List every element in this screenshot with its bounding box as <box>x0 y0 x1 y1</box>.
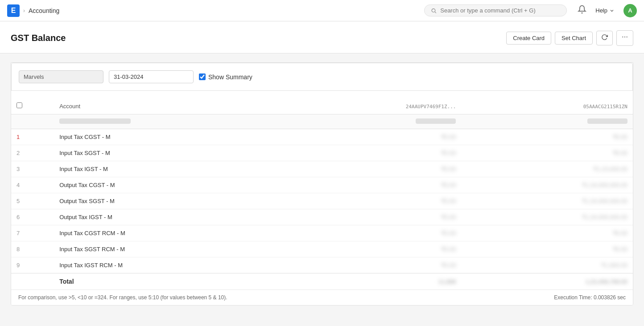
chevron-down-icon <box>609 8 615 13</box>
row-number: 7 <box>17 230 20 236</box>
topnav: E › Accounting Help A <box>0 0 644 21</box>
row-val2: ₹0.00 <box>461 241 633 257</box>
table-header-row: Account 24AAUPV7469F1Z... 05AAACG2115R1Z… <box>11 98 633 114</box>
row-val2: ₹1,900.00 <box>461 257 633 273</box>
row-number: 5 <box>17 198 20 204</box>
refresh-icon <box>601 34 608 41</box>
more-icon <box>621 33 628 41</box>
filter-row: Show Summary <box>11 63 633 91</box>
app-logo: E <box>7 4 20 17</box>
table-row: 8 Input Tax SGST RCM - M ₹0.00 ₹0.00 <box>11 241 633 257</box>
table-body: 1 Input Tax CGST - M ₹0.00 ₹0.00 2 Input… <box>11 129 633 273</box>
breadcrumb-accounting: Accounting <box>29 7 59 14</box>
row-val2: ₹0.00 <box>461 225 633 241</box>
create-card-button[interactable]: Create Card <box>506 32 551 45</box>
breadcrumb-sep: › <box>23 8 25 14</box>
row-val1: ₹0.00 <box>290 129 462 145</box>
main-content: Show Summary Account 24AAUPV7469F1Z... 0… <box>0 53 644 314</box>
row-number: 8 <box>17 246 20 253</box>
row-val1: ₹0.00 <box>290 257 462 273</box>
row-val1: ₹0.00 <box>290 225 462 241</box>
show-summary-label: Show Summary <box>208 73 252 81</box>
row-number: 1 <box>17 134 20 140</box>
show-summary-checkbox[interactable] <box>199 73 206 80</box>
table-row: 7 Input Tax CGST RCM - M ₹0.00 ₹0.00 <box>11 225 633 241</box>
more-options-button[interactable] <box>616 30 633 46</box>
row-account: Output Tax IGST - M <box>54 209 290 225</box>
col-gstin1-header: 24AAUPV7469F1Z... <box>290 98 462 114</box>
page-actions: Create Card Set Chart <box>506 30 633 46</box>
search-icon <box>431 8 437 14</box>
row-val1: ₹0.00 <box>290 177 462 193</box>
refresh-button[interactable] <box>596 31 613 45</box>
row-val1: ₹0.00 <box>290 161 462 177</box>
col-account-header: Account <box>54 98 290 114</box>
total-val2: 1,23,456,789.00 <box>461 273 633 290</box>
table-row: 4 Output Tax CGST - M ₹0.00 ₹1,34,000,00… <box>11 177 633 193</box>
row-number: 9 <box>17 262 20 269</box>
footer-hint: For comparison, use >5, <10 or =324. For… <box>18 294 227 301</box>
row-number: 6 <box>17 214 20 220</box>
row-account: Output Tax CGST - M <box>54 177 290 193</box>
row-account: Input Tax SGST RCM - M <box>54 241 290 257</box>
svg-point-3 <box>624 37 625 37</box>
search-input[interactable] <box>440 7 560 14</box>
total-val1: 11,888 <box>290 273 462 290</box>
row-val2: ₹1,34,000,000.00 <box>461 193 633 209</box>
col-checkbox <box>11 98 54 114</box>
row-account: Output Tax SGST - M <box>54 193 290 209</box>
table-row: 2 Input Tax SGST - M ₹0.00 ₹0.00 <box>11 145 633 161</box>
total-row: Total 11,888 1,23,456,789.00 <box>11 273 633 290</box>
svg-point-0 <box>432 8 435 12</box>
execution-time: Execution Time: 0.003826 sec <box>554 294 626 301</box>
help-menu[interactable]: Help <box>595 7 615 14</box>
notifications-bell[interactable] <box>578 5 586 16</box>
set-chart-button[interactable]: Set Chart <box>555 32 593 45</box>
table-row: 1 Input Tax CGST - M ₹0.00 ₹0.00 <box>11 129 633 145</box>
total-label: Total <box>54 273 290 290</box>
date-filter[interactable] <box>109 70 194 83</box>
gstin2-label: 05AAACG2115R1ZN <box>583 104 627 110</box>
row-number: 2 <box>17 150 20 156</box>
table-footer: For comparison, use >5, <10 or =324. For… <box>11 289 633 305</box>
row-val2: ₹0.00 <box>461 145 633 161</box>
row-val1: ₹0.00 <box>290 193 462 209</box>
row-val2: ₹1,34,000,000.00 <box>461 177 633 193</box>
table-row: 6 Output Tax IGST - M ₹0.00 ₹1,34,000,00… <box>11 209 633 225</box>
row-val1: ₹0.00 <box>290 209 462 225</box>
row-account: Input Tax CGST - M <box>54 129 290 145</box>
row-val2: ₹1,23,000.00 <box>461 161 633 177</box>
show-summary-toggle[interactable]: Show Summary <box>199 73 252 81</box>
svg-point-2 <box>622 37 623 37</box>
table-row: 3 Input Tax IGST - M ₹0.00 ₹1,23,000.00 <box>11 161 633 177</box>
select-all-checkbox[interactable] <box>17 102 22 108</box>
table-row: 5 Output Tax SGST - M ₹0.00 ₹1,34,000,00… <box>11 193 633 209</box>
page-header: GST Balance Create Card Set Chart <box>0 21 644 53</box>
row-number: 4 <box>17 182 20 188</box>
page-title: GST Balance <box>11 33 66 43</box>
search-bar[interactable] <box>424 4 567 16</box>
col-gstin2-header: 05AAACG2115R1ZN <box>461 98 633 114</box>
row-val1: ₹0.00 <box>290 145 462 161</box>
svg-point-4 <box>627 37 627 37</box>
row-account: Input Tax IGST - M <box>54 161 290 177</box>
row-val2: ₹1,34,000,000.00 <box>461 209 633 225</box>
gst-table: Account 24AAUPV7469F1Z... 05AAACG2115R1Z… <box>11 98 633 289</box>
svg-line-1 <box>435 12 436 13</box>
company-filter[interactable] <box>19 70 103 83</box>
table-subheader-row <box>11 114 633 129</box>
gstin1-label: 24AAUPV7469F1Z... <box>406 104 456 110</box>
row-val1: ₹0.00 <box>290 241 462 257</box>
row-account: Input Tax SGST - M <box>54 145 290 161</box>
avatar[interactable]: A <box>623 4 637 17</box>
row-account: Input Tax CGST RCM - M <box>54 225 290 241</box>
row-val2: ₹0.00 <box>461 129 633 145</box>
table-row: 9 Input Tax IGST RCM - M ₹0.00 ₹1,900.00 <box>11 257 633 273</box>
table-card: Show Summary Account 24AAUPV7469F1Z... 0… <box>11 62 633 306</box>
row-account: Input Tax IGST RCM - M <box>54 257 290 273</box>
row-number: 3 <box>17 166 20 172</box>
